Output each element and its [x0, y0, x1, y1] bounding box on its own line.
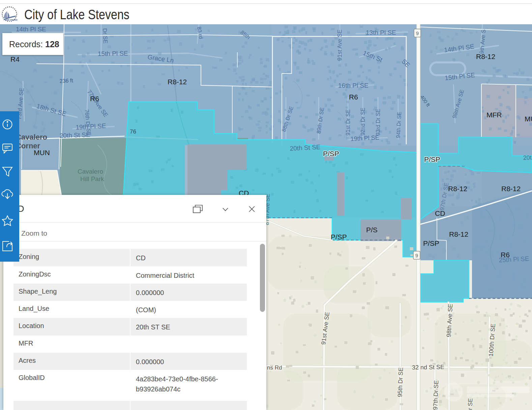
svg-text:9: 9: [415, 253, 418, 258]
svg-text:R6: R6: [349, 93, 358, 101]
svg-text:R8-12: R8-12: [449, 230, 468, 238]
svg-text:P/SP: P/SP: [323, 150, 339, 157]
svg-text:95th Dr SE: 95th Dr SE: [396, 367, 404, 397]
svg-text:P/SP: P/SP: [331, 233, 347, 241]
svg-text:14th Pl SE: 14th Pl SE: [16, 26, 46, 33]
svg-text:MU: MU: [525, 115, 532, 123]
svg-text:Dr SE: Dr SE: [101, 28, 109, 43]
svg-text:236 ft: 236 ft: [59, 78, 73, 84]
svg-text:P/S: P/S: [366, 226, 378, 234]
svg-text:r SE: r SE: [467, 398, 474, 410]
svg-text:91st Ave SE: 91st Ave SE: [336, 30, 343, 61]
svg-text:Corner: Corner: [16, 142, 40, 150]
svg-text:20t: 20t: [523, 154, 532, 161]
svg-text:MFR: MFR: [486, 111, 502, 119]
svg-text:R8-12: R8-12: [168, 78, 187, 86]
svg-text:ns Rd: ns Rd: [267, 364, 282, 371]
svg-text:97th Dr SE: 97th Dr SE: [432, 380, 440, 410]
svg-text:R8-12: R8-12: [448, 185, 467, 193]
svg-text:R6: R6: [90, 95, 99, 102]
svg-text:Hill Park: Hill Park: [80, 175, 104, 182]
svg-text:R8-12: R8-12: [501, 185, 521, 193]
svg-text:15th Pl SE: 15th Pl SE: [98, 50, 128, 57]
svg-text:20th St SE: 20th St SE: [59, 131, 90, 139]
svg-text:CD: CD: [435, 209, 445, 217]
svg-text:R8-12: R8-12: [476, 53, 495, 60]
svg-text:Cavalero: Cavalero: [16, 133, 47, 141]
svg-text:P/SP: P/SP: [424, 155, 440, 163]
svg-text:R4: R4: [10, 55, 20, 63]
svg-text:91st Dr SE: 91st Dr SE: [345, 110, 351, 136]
svg-text:76: 76: [130, 128, 136, 135]
svg-text:Cavalero: Cavalero: [78, 168, 103, 175]
svg-text:LAKE STEVENS: LAKE STEVENS: [5, 19, 18, 21]
svg-text:92nd Dr SE: 92nd Dr SE: [360, 108, 366, 136]
svg-text:93rd Dr SE: 93rd Dr SE: [375, 109, 381, 136]
svg-text:32 nd St SE: 32 nd St SE: [412, 363, 444, 371]
svg-text:R6: R6: [501, 251, 510, 259]
svg-text:P/SP: P/SP: [423, 239, 439, 247]
svg-text:9: 9: [416, 30, 419, 36]
svg-text:13th Pl SE: 13th Pl SE: [366, 29, 396, 36]
svg-text:16th Pl SE: 16th Pl SE: [338, 82, 368, 89]
